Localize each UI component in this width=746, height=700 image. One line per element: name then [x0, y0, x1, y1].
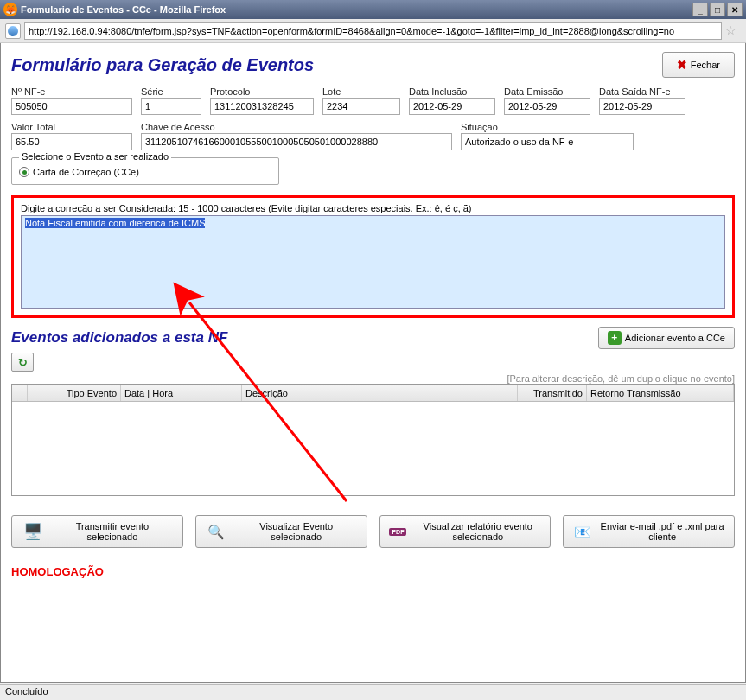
correction-box: Digite a correção a ser Considerada: 15 … [11, 195, 735, 318]
event-select-fieldset: Selecione o Evento a ser realizado Carta… [11, 157, 279, 185]
protocolo-label: Protocolo [210, 86, 314, 97]
bookmark-star-icon[interactable]: ☆ [725, 23, 741, 39]
refresh-button[interactable]: ↻ [11, 353, 34, 372]
status-bar: Concluído [0, 684, 746, 700]
plus-icon: + [608, 331, 622, 345]
visualizar-evento-button[interactable]: 🔍 Visualizar Evento selecionado [195, 515, 367, 548]
close-button[interactable]: ✕ [727, 3, 743, 16]
fechar-button[interactable]: ✖ Fechar [662, 52, 735, 78]
data-saida-label: Data Saída NF-e [599, 86, 685, 97]
enviar-email-button[interactable]: 📧 Enviar e-mail .pdf e .xml para cliente [563, 515, 735, 548]
radio-cce-label: Carta de Correção (CCe) [33, 167, 139, 177]
maximize-button[interactable]: □ [710, 3, 725, 16]
data-emissao-label: Data Emissão [504, 86, 590, 97]
mail-icon: 📧 [572, 521, 592, 542]
grid-header: Tipo Evento Data | Hora Descrição Transm… [12, 385, 734, 402]
visualizar-evento-label: Visualizar Evento selecionado [235, 521, 358, 542]
col-data[interactable]: Data | Hora [121, 385, 242, 401]
radio-cce[interactable]: Carta de Correção (CCe) [19, 167, 271, 177]
fechar-label: Fechar [691, 60, 720, 70]
transmitir-label: Transmitir evento selecionado [51, 521, 174, 542]
data-emissao-input[interactable] [504, 98, 590, 115]
transmitir-button[interactable]: 🖥️ Transmitir evento selecionado [11, 515, 183, 548]
firefox-icon: 🦊 [3, 3, 17, 16]
col-retorno[interactable]: Retorno Transmissão [587, 385, 734, 401]
correction-label: Digite a correção a ser Considerada: 15 … [21, 203, 725, 213]
col-transmitido[interactable]: Transmitido [518, 385, 587, 401]
chave-label: Chave de Acesso [141, 122, 452, 132]
event-select-legend: Selecione o Evento a ser realizado [19, 151, 171, 162]
add-event-button[interactable]: + Adicionar evento a CCe [598, 327, 735, 349]
lote-label: Lote [322, 86, 400, 97]
page-title: Formulário para Geração de Eventos [11, 55, 314, 75]
protocolo-input[interactable] [210, 98, 314, 115]
lote-input[interactable] [322, 98, 400, 115]
pdf-icon: PDF [389, 521, 408, 542]
minimize-button[interactable]: _ [692, 3, 708, 16]
window-titlebar: 🦊 Formulario de Eventos - CCe - Mozilla … [0, 0, 746, 19]
homologacao-label: HOMOLOGAÇÃO [11, 565, 735, 578]
add-event-label: Adicionar evento a CCe [625, 333, 725, 343]
events-grid[interactable]: Tipo Evento Data | Hora Descrição Transm… [11, 384, 735, 496]
serie-label: Série [141, 86, 201, 97]
correction-value: Nota Fiscal emitida com dierenca de ICMS [25, 218, 205, 228]
window-title: Formulario de Eventos - CCe - Mozilla Fi… [21, 4, 691, 15]
valor-input[interactable] [11, 133, 132, 150]
enviar-email-label: Enviar e-mail .pdf e .xml para cliente [599, 521, 725, 542]
chave-input[interactable] [141, 133, 452, 150]
transmit-icon: 🖥️ [21, 521, 44, 542]
radio-icon [19, 167, 29, 177]
events-hint: [Para alterar descrição, dê um duplo cli… [11, 373, 735, 384]
data-saida-input[interactable] [599, 98, 685, 115]
situacao-label: Situação [461, 122, 634, 132]
url-bar: ☆ [0, 19, 746, 43]
correction-textarea[interactable]: Nota Fiscal emitida com dierenca de ICMS [21, 215, 725, 309]
url-input[interactable] [24, 22, 722, 40]
situacao-input[interactable] [461, 133, 634, 150]
visualizar-relatorio-button[interactable]: PDF Visualizar relatório evento selecion… [379, 515, 552, 548]
serie-input[interactable] [141, 98, 201, 115]
page-content: Formulário para Geração de Eventos ✖ Fec… [0, 43, 746, 683]
nf-label: Nº NF-e [11, 86, 132, 97]
close-icon: ✖ [677, 58, 687, 72]
valor-label: Valor Total [11, 122, 132, 132]
col-descricao[interactable]: Descrição [242, 385, 518, 401]
data-inclusao-input[interactable] [409, 98, 495, 115]
nf-input[interactable] [11, 98, 132, 115]
status-text: Concluído [5, 686, 48, 697]
search-icon: 🔍 [205, 521, 228, 542]
refresh-icon: ↻ [18, 356, 28, 369]
data-inclusao-label: Data Inclusão [409, 86, 495, 97]
col-tipo[interactable]: Tipo Evento [28, 385, 121, 401]
events-title: Eventos adicionados a esta NF [11, 329, 227, 347]
site-identity-icon[interactable] [5, 23, 21, 39]
visualizar-relatorio-label: Visualizar relatório evento selecionado [414, 521, 541, 542]
